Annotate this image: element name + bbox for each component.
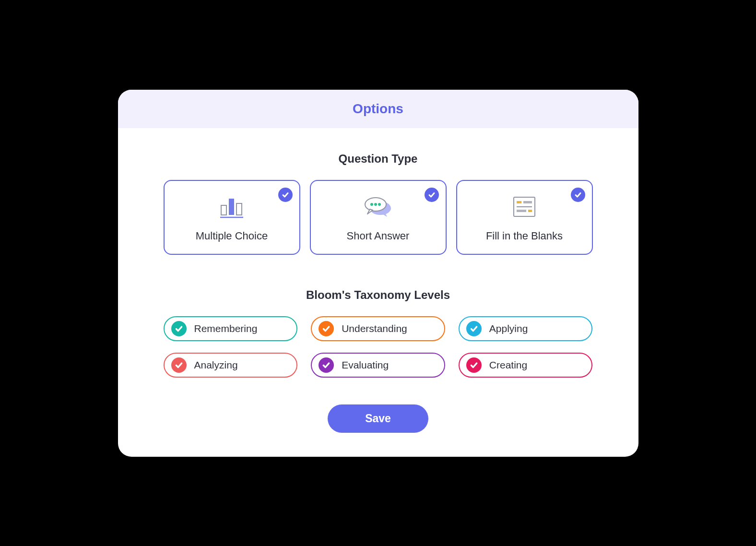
save-button[interactable]: Save	[328, 404, 428, 433]
pill-label: Creating	[489, 359, 527, 371]
svg-rect-0	[221, 205, 226, 215]
pill-creating[interactable]: Creating	[459, 353, 593, 378]
question-types-row: Multiple Choice S	[164, 180, 593, 255]
svg-rect-14	[528, 210, 532, 212]
bar-chart-icon	[218, 194, 245, 219]
question-type-title: Question Type	[164, 152, 593, 166]
modal-title: Options	[130, 101, 627, 117]
pill-label: Analyzing	[194, 359, 238, 371]
svg-rect-13	[517, 210, 526, 212]
qtype-label: Short Answer	[347, 230, 410, 242]
check-badge	[466, 357, 482, 373]
taxonomy-grid: Remembering Understanding Applying Analy…	[164, 316, 593, 378]
check-icon	[322, 324, 331, 333]
qtype-multiple-choice[interactable]: Multiple Choice	[164, 180, 300, 255]
pill-label: Understanding	[342, 323, 407, 334]
options-modal: Options Question Type Multiple Choice	[118, 90, 638, 457]
pill-remembering[interactable]: Remembering	[164, 316, 298, 341]
form-icon	[512, 194, 537, 219]
check-badge	[319, 321, 334, 336]
check-badge	[171, 321, 187, 336]
check-icon	[470, 361, 478, 369]
check-icon	[175, 361, 183, 369]
pill-applying[interactable]: Applying	[459, 316, 593, 341]
modal-header: Options	[118, 90, 638, 128]
pill-analyzing[interactable]: Analyzing	[164, 353, 298, 378]
qtype-fill-blanks[interactable]: Fill in the Blanks	[456, 180, 593, 255]
pill-label: Evaluating	[342, 359, 389, 371]
qtype-short-answer[interactable]: Short Answer	[310, 180, 447, 255]
check-icon	[282, 191, 289, 199]
svg-point-8	[378, 203, 381, 206]
check-icon	[574, 191, 582, 199]
modal-body: Question Type Multiple Choice	[118, 128, 638, 457]
check-badge	[425, 188, 439, 202]
check-icon	[428, 191, 436, 199]
svg-point-6	[370, 203, 373, 206]
chat-bubble-icon	[363, 194, 393, 219]
pill-label: Remembering	[194, 323, 258, 334]
svg-rect-11	[523, 201, 532, 203]
svg-rect-1	[229, 199, 234, 215]
check-badge	[278, 188, 293, 202]
pill-understanding[interactable]: Understanding	[311, 316, 445, 341]
check-badge	[466, 321, 482, 336]
svg-point-7	[374, 203, 377, 206]
check-badge	[571, 188, 585, 202]
qtype-label: Multiple Choice	[196, 230, 268, 242]
check-badge	[319, 357, 334, 373]
pill-label: Applying	[489, 323, 528, 334]
qtype-label: Fill in the Blanks	[486, 230, 563, 242]
svg-rect-2	[236, 203, 242, 215]
taxonomy-title: Bloom's Taxonomy Levels	[164, 288, 593, 302]
check-icon	[322, 361, 331, 369]
pill-evaluating[interactable]: Evaluating	[311, 353, 445, 378]
save-row: Save	[164, 404, 593, 433]
svg-rect-10	[517, 201, 521, 203]
check-icon	[470, 324, 478, 333]
check-badge	[171, 357, 187, 373]
check-icon	[175, 324, 183, 333]
